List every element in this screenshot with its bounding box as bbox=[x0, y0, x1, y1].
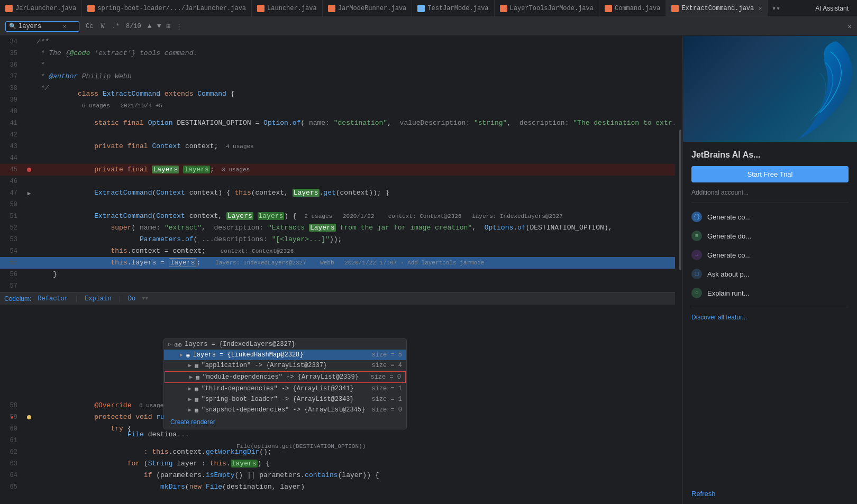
generate-commit-icon: → bbox=[691, 250, 702, 260]
warning-dot bbox=[27, 415, 31, 419]
tab-layer-tools[interactable]: LayerToolsJarMode.java bbox=[495, 0, 599, 17]
java-file-icon bbox=[605, 5, 612, 12]
debug-popup-item-application[interactable]: ▶ ▦ "application" -> {ArrayList@2337} si… bbox=[164, 360, 406, 371]
ai-assistant-tab[interactable]: AI Assistant bbox=[807, 5, 857, 12]
search-input[interactable] bbox=[19, 23, 61, 30]
explain-icon: ○ bbox=[691, 288, 702, 298]
list-icon: ▦ bbox=[195, 362, 198, 369]
tab-overflow-button[interactable]: ▾▾ bbox=[768, 0, 785, 17]
expand-arrow-icon: ▶ bbox=[188, 396, 192, 402]
snapshot-deps-text: "snapshot-dependencies" -> {ArrayList@23… bbox=[202, 406, 367, 414]
match-count: 8/10 bbox=[126, 23, 141, 30]
search-bar: 🔍 ✕ Cc W .* 8/10 ▲ ▼ ⊞ ⋮ ✕ bbox=[0, 17, 857, 36]
next-match-button[interactable]: ▼ bbox=[155, 21, 163, 32]
size-badge: size = 0 bbox=[370, 373, 401, 381]
debug-popup-item-third-deps[interactable]: ▶ ▦ "third-dependencies" -> {ArrayList@2… bbox=[164, 383, 406, 394]
ask-about-label: Ask about p... bbox=[707, 270, 750, 278]
debug-popup-item-module-deps[interactable]: ▶ ▦ "module-dependencies" -> {ArrayList@… bbox=[165, 371, 406, 383]
expand-arrow-icon: ▶ bbox=[180, 352, 183, 358]
clear-search-icon[interactable]: ✕ bbox=[63, 23, 66, 30]
code-line-34: 34 /** bbox=[0, 36, 682, 48]
code-line-65: 65 mkDirs(new File(destination, layer) bbox=[0, 481, 682, 493]
ai-panel-title: JetBrains AI As... bbox=[691, 150, 849, 160]
match-case-button[interactable]: Cc bbox=[84, 22, 95, 31]
whole-word-button[interactable]: W bbox=[98, 22, 106, 31]
ai-action-explain[interactable]: ○ Explain runt... bbox=[691, 286, 849, 300]
spring-boot-loader-text: "spring-boot-loader" -> {ArrayList@2343} bbox=[202, 396, 367, 403]
code-line-56: 56 } bbox=[0, 269, 682, 280]
java-file-icon bbox=[257, 5, 265, 12]
list-icon: ▦ bbox=[196, 374, 199, 381]
size-badge: size = 1 bbox=[371, 385, 402, 392]
size-badge: size = 5 bbox=[371, 351, 402, 359]
size-badge: size = 4 bbox=[371, 362, 402, 369]
discover-features-link[interactable]: Discover all featur... bbox=[691, 314, 849, 321]
start-free-trial-button[interactable]: Start Free Trial bbox=[691, 166, 849, 182]
search-icon: 🔍 bbox=[9, 23, 16, 30]
debug-popup-item-linked[interactable]: ▶ ◉ layers = {LinkedHashMap@2328} size =… bbox=[164, 350, 406, 360]
code-content: 34 /** 35 * The {@code 'extract'} tools … bbox=[0, 36, 682, 504]
list-icon: ▦ bbox=[195, 396, 198, 403]
application-text: "application" -> {ArrayList@2337} bbox=[202, 362, 367, 369]
expand-arrow-icon: ▶ bbox=[189, 374, 193, 380]
close-search-button[interactable]: ✕ bbox=[847, 22, 852, 31]
tab-spring-boot-loader[interactable]: spring-boot-loader/.../JarLauncher.java bbox=[82, 0, 252, 17]
create-renderer-button[interactable]: Create renderer bbox=[164, 415, 406, 429]
size-badge: size = 0 bbox=[371, 406, 402, 414]
code-line-57: 57 bbox=[0, 280, 682, 292]
ai-action-generate-doc[interactable]: ≡ Generate do... bbox=[691, 228, 849, 243]
filter-button[interactable]: ⊞ bbox=[164, 21, 172, 32]
debug-popup-item-spring-boot-loader[interactable]: ▶ ▦ "spring-boot-loader" -> {ArrayList@2… bbox=[164, 394, 406, 405]
generate-doc-icon: ≡ bbox=[691, 231, 702, 241]
code-line-43: 43 private final Context context; 4 usag… bbox=[0, 141, 682, 152]
generate-code-icon: {} bbox=[691, 212, 702, 222]
expand-icon[interactable]: ▼▼ bbox=[142, 296, 148, 301]
do-button[interactable]: Do bbox=[128, 295, 135, 303]
expand-arrow-icon: ▶ bbox=[188, 407, 192, 413]
explain-label: Explain runt... bbox=[707, 289, 750, 297]
tab-extract-command[interactable]: ExtractCommand.java ✕ bbox=[666, 0, 768, 17]
java-file-icon bbox=[671, 5, 679, 12]
jetbrains-ai-logo bbox=[772, 36, 857, 142]
ai-action-generate-commit[interactable]: → Generate co... bbox=[691, 248, 849, 262]
code-line-47: 47 ▶ ExtractCommand(Context context) { t… bbox=[0, 187, 682, 199]
editor-scrollbar[interactable] bbox=[675, 36, 682, 504]
search-nav: ▲ ▼ ⊞ ⋮ bbox=[145, 21, 185, 32]
size-badge: size = 1 bbox=[371, 396, 402, 403]
list-icon: ▦ bbox=[195, 407, 198, 414]
codeium-inline-bar: Codeium: Refactor | Explain | Do ▼▼ bbox=[0, 292, 682, 305]
main-area: 34 /** 35 * The {@code 'extract'} tools … bbox=[0, 36, 857, 504]
tab-launcher[interactable]: Launcher.java bbox=[252, 0, 323, 17]
generate-commit-label: Generate co... bbox=[707, 251, 751, 259]
error-dot bbox=[27, 168, 31, 172]
ai-header-image bbox=[683, 36, 857, 142]
java-file-icon bbox=[417, 5, 425, 12]
more-options-button[interactable]: ⋮ bbox=[174, 21, 185, 32]
debug-popup-item-snapshot-deps[interactable]: ▶ ▦ "snapshot-dependencies" -> {ArrayLis… bbox=[164, 405, 406, 415]
tab-test-jar-mode[interactable]: TestJarMode.java bbox=[412, 0, 494, 17]
tab-bar: JarLauncher.java spring-boot-loader/.../… bbox=[0, 0, 857, 17]
ai-panel-footer: Refresh bbox=[683, 483, 857, 504]
prev-match-button[interactable]: ▲ bbox=[145, 21, 154, 32]
ai-action-ask-about[interactable]: □ Ask about p... bbox=[691, 267, 849, 281]
third-deps-text: "third-dependencies" -> {ArrayList@2341} bbox=[202, 385, 367, 392]
regex-button[interactable]: .* bbox=[110, 22, 122, 31]
java-file-icon bbox=[328, 5, 335, 12]
refresh-button[interactable]: Refresh bbox=[691, 490, 716, 498]
generate-doc-label: Generate do... bbox=[707, 232, 751, 240]
tab-close-icon[interactable]: ✕ bbox=[759, 5, 762, 12]
tab-jar-launcher[interactable]: JarLauncher.java bbox=[0, 0, 82, 17]
collapse-arrow-icon: ▷ bbox=[168, 341, 171, 347]
scrollbar-thumb[interactable] bbox=[679, 130, 681, 270]
refactor-button[interactable]: Refactor bbox=[38, 295, 68, 303]
java-file-icon bbox=[87, 5, 95, 12]
map-icon: ◉ bbox=[186, 352, 190, 359]
object-icon: ◎◎ bbox=[175, 341, 181, 348]
list-icon: ▦ bbox=[195, 386, 198, 392]
explain-button[interactable]: Explain bbox=[85, 295, 111, 303]
tab-command[interactable]: Command.java bbox=[599, 0, 666, 17]
search-input-wrap[interactable]: 🔍 ✕ bbox=[5, 21, 79, 32]
ai-action-generate-code[interactable]: {} Generate co... bbox=[691, 209, 849, 224]
ai-actions-list: {} Generate co... ≡ Generate do... → Gen… bbox=[691, 209, 849, 300]
tab-jar-mode-runner[interactable]: JarModeRunner.java bbox=[323, 0, 413, 17]
